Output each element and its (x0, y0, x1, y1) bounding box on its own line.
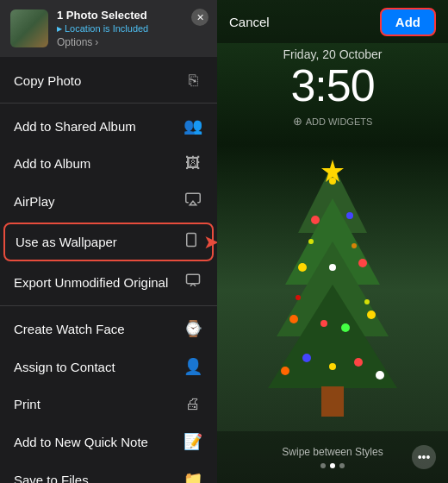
photo-header: 1 Photo Selected Location is Included Op… (0, 0, 217, 57)
menu-item-add-shared-album[interactable]: Add to Shared Album 👥 (0, 107, 217, 145)
options-link[interactable]: Options (57, 36, 207, 48)
album-icon: 🖼 (183, 154, 203, 172)
menu-item-use-wallpaper[interactable]: Use as Wallpaper ➤ (3, 223, 214, 261)
svg-point-9 (311, 216, 320, 224)
christmas-tree (246, 155, 419, 431)
add-button[interactable]: Add (380, 8, 436, 36)
swipe-text: Swipe between Styles (282, 446, 383, 458)
svg-point-19 (354, 358, 363, 367)
dot-3 (339, 463, 345, 468)
svg-point-16 (320, 320, 327, 327)
copy-icon: ⎘ (183, 72, 203, 90)
menu-item-print[interactable]: Print 🖨 (0, 386, 217, 423)
cancel-button[interactable]: Cancel (229, 15, 270, 29)
photo-selected-title: 1 Photo Selected (57, 9, 207, 22)
svg-point-11 (298, 263, 307, 272)
wallpaper-icon (181, 232, 202, 252)
lock-date: Friday, 20 October (217, 47, 448, 61)
menu-item-create-watch-face[interactable]: Create Watch Face ⌚ (0, 310, 217, 348)
bottom-bar: Swipe between Styles ••• (217, 431, 448, 483)
svg-point-22 (376, 371, 384, 380)
contact-icon: 👤 (183, 357, 203, 376)
menu-list: Copy Photo ⎘ Add to Shared Album 👥 Add t… (0, 57, 217, 483)
svg-point-25 (296, 295, 301, 300)
style-dots (320, 463, 345, 468)
share-sheet-panel: 1 Photo Selected Location is Included Op… (0, 0, 217, 483)
lock-screen-preview: Cancel Add Friday, 20 October 3:50 ADD W… (217, 0, 448, 483)
menu-item-copy-photo[interactable]: Copy Photo ⎘ (0, 62, 217, 99)
close-button[interactable]: ✕ (191, 9, 208, 26)
svg-point-12 (358, 259, 367, 267)
print-icon: 🖨 (183, 395, 203, 413)
svg-point-14 (289, 315, 298, 323)
svg-point-15 (367, 310, 376, 319)
svg-rect-7 (321, 386, 344, 417)
svg-point-17 (341, 323, 350, 332)
location-included-label: Location is Included (57, 23, 207, 34)
photo-info: 1 Photo Selected Location is Included Op… (57, 9, 207, 48)
svg-point-23 (308, 239, 314, 244)
lock-screen-info: Friday, 20 October 3:50 ADD WIDGETS (217, 47, 448, 128)
lock-time: 3:50 (217, 63, 448, 108)
menu-item-save-files[interactable]: Save to Files 📁 (0, 461, 217, 483)
dot-2 (330, 463, 335, 468)
svg-point-8 (329, 178, 336, 185)
menu-item-export-unmodified[interactable]: Export Unmodified Original (0, 263, 217, 302)
menu-item-add-album[interactable]: Add to Album 🖼 (0, 145, 217, 182)
svg-point-13 (329, 264, 336, 271)
svg-rect-2 (187, 274, 200, 284)
shared-album-icon: 👥 (183, 116, 203, 135)
export-icon (183, 273, 203, 292)
svg-point-26 (364, 299, 370, 304)
files-icon: 📁 (183, 470, 203, 483)
svg-point-18 (302, 354, 311, 362)
note-icon: 📝 (183, 432, 203, 451)
svg-point-24 (352, 243, 357, 248)
airplay-icon (183, 191, 203, 211)
menu-item-airplay[interactable]: AirPlay (0, 182, 217, 221)
dot-1 (320, 463, 326, 468)
svg-point-10 (346, 212, 353, 219)
menu-item-assign-contact[interactable]: Assign to Contact 👤 (0, 348, 217, 386)
red-arrow-annotation: ➤ (203, 231, 217, 254)
menu-item-quick-note[interactable]: Add to New Quick Note 📝 (0, 423, 217, 461)
svg-point-20 (329, 363, 336, 370)
svg-marker-0 (190, 201, 196, 205)
add-widgets-label[interactable]: ADD WIDGETS (217, 115, 448, 128)
more-button[interactable]: ••• (412, 445, 436, 469)
watch-icon: ⌚ (183, 319, 203, 338)
svg-point-21 (281, 367, 289, 375)
photo-thumbnail (10, 9, 48, 47)
svg-rect-1 (187, 234, 196, 247)
top-bar: Cancel Add (217, 0, 448, 43)
